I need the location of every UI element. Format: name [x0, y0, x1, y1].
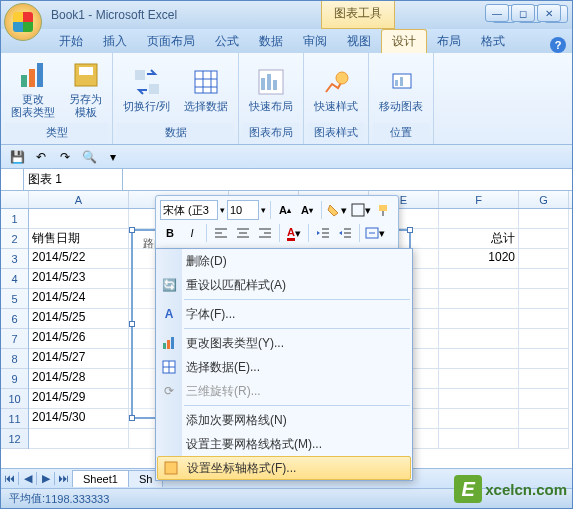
align-left-icon[interactable]: [211, 223, 231, 243]
ctx-select-data[interactable]: 选择数据(E)...: [156, 355, 412, 379]
colhead-a[interactable]: A: [29, 191, 129, 208]
quick-style-button[interactable]: 快速样式: [308, 62, 364, 117]
cell-G12[interactable]: [519, 429, 569, 449]
cell-F10[interactable]: [439, 389, 519, 409]
ctx-font[interactable]: A 字体(F)...: [156, 302, 412, 326]
name-box[interactable]: 图表 1: [23, 168, 123, 191]
cell-F7[interactable]: [439, 329, 519, 349]
cell-F8[interactable]: [439, 349, 519, 369]
cell-A4[interactable]: 2014/5/23: [29, 269, 129, 289]
cell-A7[interactable]: 2014/5/26: [29, 329, 129, 349]
tab-review[interactable]: 审阅: [293, 30, 337, 53]
cell-F4[interactable]: [439, 269, 519, 289]
grow-font-icon[interactable]: A▴: [275, 200, 295, 220]
rowhead-1[interactable]: 1: [1, 209, 28, 229]
cell-A9[interactable]: 2014/5/28: [29, 369, 129, 389]
tab-insert[interactable]: 插入: [93, 30, 137, 53]
rowhead-10[interactable]: 10: [1, 389, 28, 409]
rowhead-3[interactable]: 3: [1, 249, 28, 269]
cell-G4[interactable]: [519, 269, 569, 289]
cell-G8[interactable]: [519, 349, 569, 369]
ctx-axis-format[interactable]: 设置坐标轴格式(F)...: [157, 456, 411, 480]
ctx-change-chart-type[interactable]: 更改图表类型(Y)...: [156, 331, 412, 355]
cell-G1[interactable]: [519, 209, 569, 229]
cell-G11[interactable]: [519, 409, 569, 429]
change-chart-type-button[interactable]: 更改 图表类型: [5, 55, 61, 123]
rowhead-9[interactable]: 9: [1, 369, 28, 389]
sheet-nav-next[interactable]: ▶: [37, 472, 55, 485]
sheet-nav-first[interactable]: ⏮: [1, 472, 19, 485]
cell-G10[interactable]: [519, 389, 569, 409]
ctx-major-gridlines-format[interactable]: 设置主要网格线格式(M)...: [156, 432, 412, 456]
move-chart-button[interactable]: 移动图表: [373, 62, 429, 117]
save-icon[interactable]: 💾: [7, 147, 27, 167]
cell-F2[interactable]: 总计: [439, 229, 519, 249]
sheet-nav-prev[interactable]: ◀: [19, 472, 37, 485]
rowhead-7[interactable]: 7: [1, 329, 28, 349]
tab-view[interactable]: 视图: [337, 30, 381, 53]
cell-G9[interactable]: [519, 369, 569, 389]
doc-close[interactable]: ✕: [537, 4, 561, 22]
cell-F5[interactable]: [439, 289, 519, 309]
select-all-corner[interactable]: [1, 191, 29, 208]
cell-F6[interactable]: [439, 309, 519, 329]
cell-A6[interactable]: 2014/5/25: [29, 309, 129, 329]
help-button[interactable]: ?: [550, 37, 566, 53]
cell-A5[interactable]: 2014/5/24: [29, 289, 129, 309]
cell-F1[interactable]: [439, 209, 519, 229]
cell-A1[interactable]: [29, 209, 129, 229]
qat-more-icon[interactable]: ▾: [103, 147, 123, 167]
cell-A2[interactable]: 销售日期: [29, 229, 129, 249]
ctx-add-minor-gridlines[interactable]: 添加次要网格线(N): [156, 408, 412, 432]
quick-layout-button[interactable]: 快速布局: [243, 62, 299, 117]
switch-row-col-button[interactable]: 切换行/列: [117, 62, 176, 117]
colhead-f[interactable]: F: [439, 191, 519, 208]
tab-design[interactable]: 设计: [381, 29, 427, 53]
cell-G2[interactable]: [519, 229, 569, 249]
sheet-tab-1[interactable]: Sheet1: [72, 470, 129, 487]
cell-F3[interactable]: 1020: [439, 249, 519, 269]
rowhead-8[interactable]: 8: [1, 349, 28, 369]
sheet-nav-last[interactable]: ⏭: [55, 472, 73, 485]
shrink-font-icon[interactable]: A▾: [297, 200, 317, 220]
merge-icon[interactable]: ▾: [364, 223, 386, 243]
italic-icon[interactable]: I: [182, 223, 202, 243]
cell-G5[interactable]: [519, 289, 569, 309]
cell-F12[interactable]: [439, 429, 519, 449]
tab-format[interactable]: 格式: [471, 30, 515, 53]
rowhead-2[interactable]: 2: [1, 229, 28, 249]
align-right-icon[interactable]: [255, 223, 275, 243]
font-combo[interactable]: [160, 200, 218, 220]
undo-icon[interactable]: ↶: [31, 147, 51, 167]
rowhead-6[interactable]: 6: [1, 309, 28, 329]
bold-icon[interactable]: B: [160, 223, 180, 243]
fill-color-icon[interactable]: ▾: [326, 200, 348, 220]
rowhead-4[interactable]: 4: [1, 269, 28, 289]
tab-layout[interactable]: 布局: [427, 30, 471, 53]
rowhead-5[interactable]: 5: [1, 289, 28, 309]
select-data-button[interactable]: 选择数据: [178, 62, 234, 117]
redo-icon[interactable]: ↷: [55, 147, 75, 167]
ctx-delete[interactable]: 删除(D): [156, 249, 412, 273]
format-painter-icon[interactable]: [374, 200, 394, 220]
cell-G7[interactable]: [519, 329, 569, 349]
decrease-indent-icon[interactable]: [313, 223, 333, 243]
increase-indent-icon[interactable]: [335, 223, 355, 243]
size-combo[interactable]: [227, 200, 259, 220]
tab-formulas[interactable]: 公式: [205, 30, 249, 53]
cell-G6[interactable]: [519, 309, 569, 329]
doc-minimize[interactable]: —: [485, 4, 509, 22]
office-button[interactable]: [4, 3, 42, 41]
cell-A12[interactable]: [29, 429, 129, 449]
print-preview-icon[interactable]: 🔍: [79, 147, 99, 167]
border-icon[interactable]: ▾: [350, 200, 372, 220]
tab-home[interactable]: 开始: [49, 30, 93, 53]
font-color-icon[interactable]: A▾: [284, 223, 304, 243]
doc-restore[interactable]: ◻: [511, 4, 535, 22]
cell-A8[interactable]: 2014/5/27: [29, 349, 129, 369]
cell-F9[interactable]: [439, 369, 519, 389]
ctx-reset-style[interactable]: 🔄 重设以匹配样式(A): [156, 273, 412, 297]
save-template-button[interactable]: 另存为 模板: [63, 55, 108, 123]
cell-A10[interactable]: 2014/5/29: [29, 389, 129, 409]
cell-A11[interactable]: 2014/5/30: [29, 409, 129, 429]
